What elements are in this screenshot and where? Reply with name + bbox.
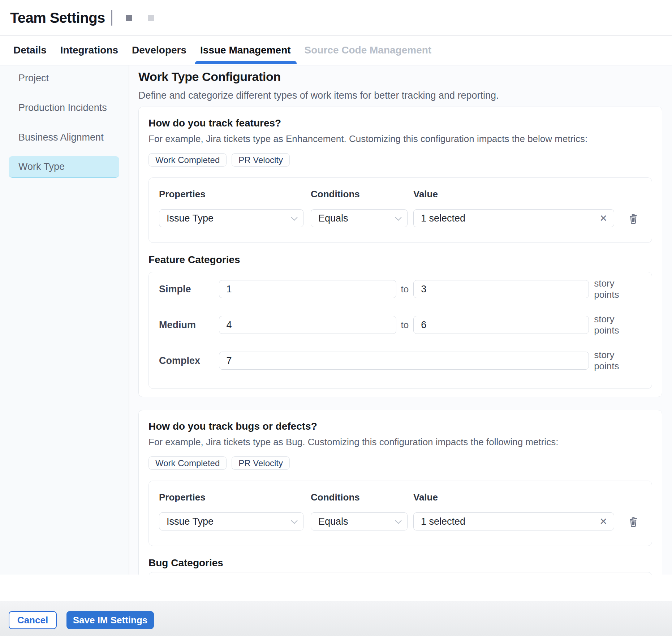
action-footer: Cancel Save IM Settings bbox=[0, 601, 672, 636]
sidebar-item-project[interactable]: Project bbox=[9, 67, 119, 89]
cancel-button[interactable]: Cancel bbox=[9, 611, 57, 629]
simple-to-input[interactable] bbox=[413, 280, 589, 298]
badge-pr-velocity: PR Velocity bbox=[232, 153, 290, 167]
skeleton-box-dark bbox=[126, 15, 132, 21]
features-condition-box: Properties Conditions Value Issue Type E… bbox=[148, 177, 652, 243]
delete-condition-button[interactable] bbox=[627, 515, 639, 528]
badge-pr-velocity: PR Velocity bbox=[232, 456, 290, 470]
bugs-description: For example, Jira tickets type as Bug. C… bbox=[148, 436, 652, 448]
section-subtitle: Define and categorize different types of… bbox=[138, 90, 662, 101]
category-row-complex: Complex story points bbox=[159, 352, 642, 370]
category-row-simple: Simple to story points bbox=[159, 280, 642, 298]
complex-from-input[interactable] bbox=[219, 352, 589, 370]
badge-work-completed: Work Completed bbox=[148, 456, 227, 470]
header: Team Settings bbox=[0, 0, 672, 36]
tab-details[interactable]: Details bbox=[13, 37, 47, 64]
badge-work-completed: Work Completed bbox=[148, 153, 227, 167]
chevron-down-icon bbox=[395, 517, 401, 524]
bugs-card: How do you track bugs or defects? For ex… bbox=[138, 410, 662, 575]
property-select[interactable]: Issue Type bbox=[159, 209, 303, 227]
save-im-settings-button[interactable]: Save IM Settings bbox=[66, 611, 154, 629]
property-select[interactable]: Issue Type bbox=[159, 512, 303, 530]
clear-selection-icon[interactable]: ✕ bbox=[599, 517, 607, 526]
value-multiselect[interactable]: 1 selected ✕ bbox=[413, 512, 614, 530]
tab-issue-management[interactable]: Issue Management bbox=[200, 37, 291, 64]
chevron-down-icon bbox=[291, 214, 297, 220]
trash-icon bbox=[627, 515, 639, 528]
tab-developers[interactable]: Developers bbox=[132, 37, 186, 64]
bug-categories-heading: Bug Categories bbox=[148, 557, 652, 569]
sidebar-item-business-alignment[interactable]: Business Alignment bbox=[9, 126, 119, 148]
features-heading: How do you track features? bbox=[148, 117, 652, 129]
section-title: Work Type Configuration bbox=[138, 70, 662, 84]
clear-selection-icon[interactable]: ✕ bbox=[599, 214, 607, 223]
tab-source-code-management[interactable]: Source Code Management bbox=[305, 37, 432, 64]
features-card: How do you track features? For example, … bbox=[138, 107, 662, 397]
bugs-condition-box: Properties Conditions Value Issue Type E… bbox=[148, 481, 652, 546]
title-divider bbox=[111, 10, 112, 26]
page-title: Team Settings bbox=[10, 10, 105, 26]
sidebar-item-production-incidents[interactable]: Production Incidents bbox=[9, 97, 119, 119]
conditions-label: Conditions bbox=[311, 189, 413, 200]
features-metric-badges: Work Completed PR Velocity bbox=[148, 153, 652, 167]
simple-from-input[interactable] bbox=[219, 280, 396, 298]
sidebar-item-work-type[interactable]: Work Type bbox=[9, 156, 119, 178]
skeleton-box-light bbox=[148, 15, 154, 21]
value-multiselect[interactable]: 1 selected ✕ bbox=[413, 209, 614, 227]
story-points-label: story points bbox=[594, 278, 642, 300]
story-points-label: story points bbox=[594, 314, 642, 336]
medium-from-input[interactable] bbox=[219, 316, 396, 334]
range-to-label: to bbox=[396, 319, 414, 331]
feature-categories-heading: Feature Categories bbox=[148, 254, 652, 266]
range-to-label: to bbox=[396, 284, 414, 295]
condition-select[interactable]: Equals bbox=[311, 512, 408, 530]
properties-label: Properties bbox=[159, 492, 311, 503]
medium-to-input[interactable] bbox=[413, 316, 589, 334]
value-label: Value bbox=[413, 492, 438, 503]
trash-icon bbox=[627, 212, 639, 225]
bug-categories-box bbox=[148, 572, 652, 575]
chevron-down-icon bbox=[395, 214, 401, 220]
conditions-label: Conditions bbox=[311, 492, 413, 503]
condition-select[interactable]: Equals bbox=[311, 209, 408, 227]
value-label: Value bbox=[413, 189, 438, 200]
chevron-down-icon bbox=[291, 517, 297, 524]
bugs-metric-badges: Work Completed PR Velocity bbox=[148, 456, 652, 470]
properties-label: Properties bbox=[159, 189, 311, 200]
settings-sidebar: Project Production Incidents Business Al… bbox=[0, 65, 129, 575]
work-type-configuration-panel: Work Type Configuration Define and categ… bbox=[129, 65, 672, 575]
footer-spacer bbox=[0, 575, 672, 601]
delete-condition-button[interactable] bbox=[627, 212, 639, 225]
bugs-heading: How do you track bugs or defects? bbox=[148, 420, 652, 433]
tab-bar: Details Integrations Developers Issue Ma… bbox=[0, 36, 672, 65]
features-description: For example, Jira tickets type as Enhanc… bbox=[148, 133, 652, 145]
team-settings-window: Team Settings Details Integrations Devel… bbox=[0, 0, 672, 636]
category-row-medium: Medium to story points bbox=[159, 316, 642, 334]
feature-categories-box: Simple to story points Medium to story p… bbox=[148, 272, 652, 389]
story-points-label: story points bbox=[594, 349, 642, 372]
tab-integrations[interactable]: Integrations bbox=[60, 37, 118, 64]
